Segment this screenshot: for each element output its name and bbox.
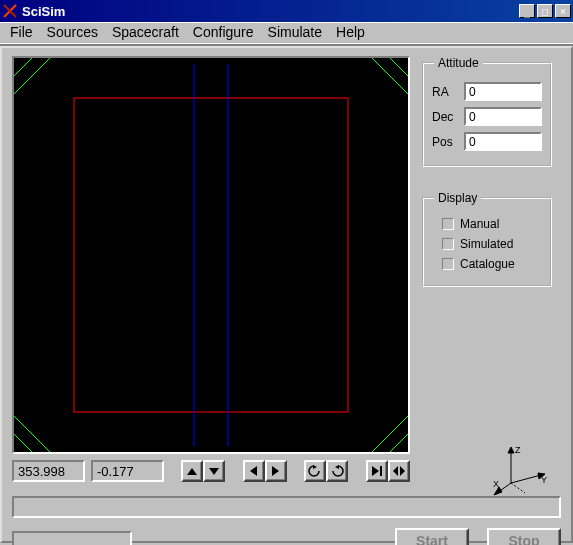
rotate-ccw-button[interactable] (304, 460, 326, 482)
coord-x-readout: 353.998 (12, 460, 85, 482)
svg-line-21 (511, 475, 541, 483)
svg-marker-17 (393, 466, 398, 476)
menu-spacecraft[interactable]: Spacecraft (112, 24, 179, 40)
step-group (366, 460, 410, 482)
status-bar (12, 496, 561, 518)
viewport-controls: 353.998 -0.177 (12, 460, 410, 482)
menu-file[interactable]: File (10, 24, 33, 40)
right-button[interactable] (265, 460, 287, 482)
step-end-button[interactable] (366, 460, 388, 482)
simulated-label: Simulated (460, 237, 513, 251)
axis-x-label: X (493, 479, 499, 489)
svg-line-8 (14, 434, 32, 452)
svg-line-7 (390, 58, 408, 76)
window-title: SciSim (22, 4, 517, 19)
updown-group (181, 460, 225, 482)
attitude-legend: Attitude (434, 56, 483, 70)
minimize-button[interactable]: _ (519, 4, 535, 18)
up-button[interactable] (181, 460, 203, 482)
window-body: 353.998 -0.177 (0, 46, 573, 543)
svg-marker-15 (372, 466, 379, 476)
leftright-group (243, 460, 287, 482)
manual-label: Manual (460, 217, 499, 231)
svg-line-25 (511, 483, 525, 493)
triangle-right-icon (272, 466, 279, 476)
app-icon (2, 3, 18, 19)
maximize-button[interactable]: □ (537, 4, 553, 18)
svg-line-2 (14, 58, 50, 94)
axis-z-label: Z (515, 445, 521, 455)
svg-line-9 (390, 434, 408, 452)
step-end-icon (370, 465, 384, 477)
triangle-down-icon (209, 468, 219, 475)
stop-button[interactable]: Stop (487, 528, 561, 545)
ra-label: RA (432, 85, 464, 99)
dec-label: Dec (432, 110, 464, 124)
axis-y-label: Y (541, 475, 547, 485)
triangle-up-icon (187, 468, 197, 475)
rotate-cw-icon (330, 465, 344, 477)
axis-indicator: Z Y X (493, 443, 548, 498)
sky-viewport[interactable] (12, 56, 410, 454)
progress-bar (12, 531, 132, 545)
attitude-group: Attitude RA Dec Pos (422, 62, 552, 167)
svg-rect-10 (74, 98, 348, 412)
display-legend: Display (434, 191, 481, 205)
triangle-left-icon (250, 466, 257, 476)
catalogue-label: Catalogue (460, 257, 515, 271)
display-group: Display Manual Simulated Catalogue (422, 197, 552, 287)
titlebar: SciSim _ □ × (0, 0, 573, 22)
rotate-cw-button[interactable] (326, 460, 348, 482)
svg-line-3 (372, 58, 408, 94)
start-button[interactable]: Start (395, 528, 469, 545)
svg-line-5 (372, 416, 408, 452)
menubar: File Sources Spacecraft Configure Simula… (0, 22, 573, 46)
menu-configure[interactable]: Configure (193, 24, 254, 40)
catalogue-checkbox[interactable] (442, 258, 454, 270)
fit-icon (392, 465, 406, 477)
menu-help[interactable]: Help (336, 24, 365, 40)
down-button[interactable] (203, 460, 225, 482)
fit-button[interactable] (388, 460, 410, 482)
svg-rect-16 (380, 466, 382, 476)
svg-line-4 (14, 416, 50, 452)
close-button[interactable]: × (555, 4, 571, 18)
svg-line-6 (14, 58, 32, 76)
dec-input[interactable] (464, 107, 542, 126)
menu-simulate[interactable]: Simulate (268, 24, 322, 40)
pos-input[interactable] (464, 132, 542, 151)
pos-label: Pos (432, 135, 464, 149)
rotate-group (304, 460, 348, 482)
bottom-row: Start Stop (12, 528, 561, 545)
simulated-checkbox[interactable] (442, 238, 454, 250)
svg-marker-20 (508, 447, 514, 453)
rotate-ccw-icon (308, 465, 322, 477)
left-button[interactable] (243, 460, 265, 482)
ra-input[interactable] (464, 82, 542, 101)
menu-sources[interactable]: Sources (47, 24, 98, 40)
svg-marker-14 (335, 465, 339, 469)
manual-checkbox[interactable] (442, 218, 454, 230)
coord-y-readout: -0.177 (91, 460, 164, 482)
svg-marker-13 (313, 465, 317, 469)
svg-marker-18 (400, 466, 405, 476)
